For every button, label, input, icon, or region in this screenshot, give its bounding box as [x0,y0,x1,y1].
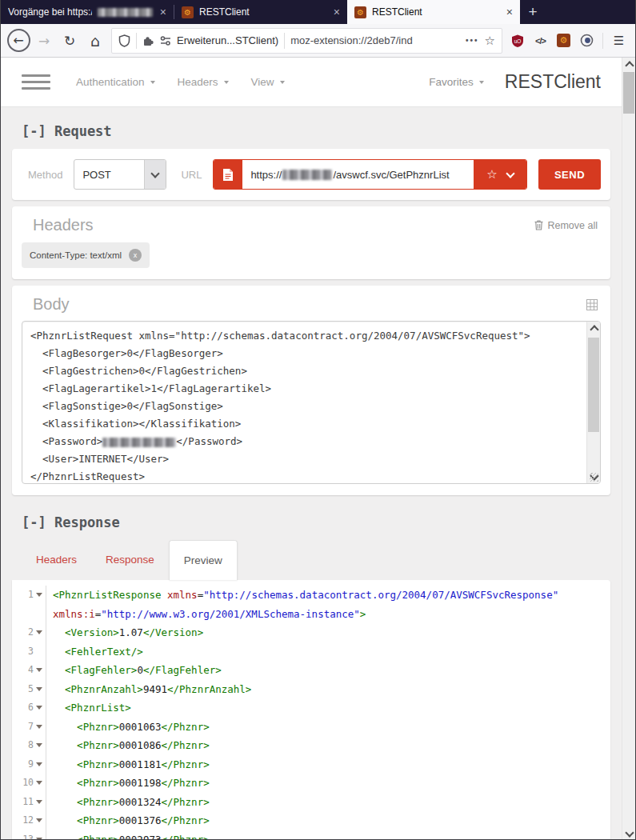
page-scrollbar[interactable] [622,58,635,840]
favorites-menu[interactable]: Favorites [429,76,484,88]
browser-tab[interactable]: ⚙RESTClient× [174,0,347,24]
bookmark-star-icon[interactable]: ☆ [485,34,495,48]
url-text[interactable]: moz-extension://2deb7/ind [290,34,460,46]
browser-tab[interactable]: ⚙RESTClient× [347,0,520,24]
redacted-host [282,170,332,180]
response-code-view[interactable]: 1<PhznrListResponse xmlns="http://schema… [12,586,610,840]
request-url-input[interactable]: https:///avswcf.svc/GetPhznrList [242,160,474,189]
restclient-favicon: ⚙ [182,6,194,18]
code-row: 5 <PhznrAnzahl>9491</PhznrAnzahl> [12,680,610,699]
textarea-scrollbar[interactable] [586,322,600,483]
divider [284,33,285,49]
address-bar[interactable]: Erweiterun...STClient) moz-extension://2… [111,28,502,54]
code-segment [53,664,65,676]
line-number: 3 [28,642,34,662]
menu-view[interactable]: View [251,76,285,88]
extension-name-label: Erweiterun...STClient) [177,34,278,46]
request-section-heading[interactable]: [-] Request [22,123,610,139]
tab-close-icon[interactable]: × [334,6,340,18]
fold-marker-icon[interactable] [36,781,42,785]
fold-marker-icon[interactable] [36,668,42,672]
request-body-textarea[interactable]: <PhznrListRequest xmlns="http://schemas.… [22,321,601,484]
resize-grip[interactable] [590,473,598,482]
fold-marker-icon[interactable] [36,630,42,634]
fold-marker-icon[interactable] [36,743,42,747]
fold-marker-icon[interactable] [36,687,42,691]
method-select[interactable]: POST [74,159,166,190]
fold-marker-slot [34,818,44,822]
chevron-down-icon [150,81,155,84]
restclient-extension-icon[interactable]: ⚙ [552,29,575,53]
response-tabs: HeadersResponsePreview [12,540,610,580]
code-line: <Phznr>0001376</Phznr> [46,811,210,830]
reload-button[interactable]: ↻ [57,28,82,54]
response-section-heading[interactable]: [-] Response [22,514,610,530]
menu-authentication[interactable]: Authentication [76,76,155,88]
chip-close-icon[interactable]: x [129,249,142,262]
fold-marker-slot [34,630,44,634]
fold-marker-icon[interactable] [36,818,42,822]
code-line: <Phznr>0002973</Phznr> [46,830,210,840]
code-segment: > [360,608,366,620]
tab-close-icon[interactable]: × [160,6,166,18]
star-icon: ☆ [486,167,497,182]
favorite-request-button[interactable]: ☆ [474,160,526,189]
response-tab-response[interactable]: Response [91,540,169,580]
code-segment [53,721,77,733]
back-button[interactable]: ← [6,28,31,54]
fold-marker-icon[interactable] [36,593,42,597]
response-tab-headers[interactable]: Headers [22,540,91,580]
fold-marker-slot [34,706,44,710]
table-view-icon[interactable] [586,299,598,310]
new-tab-button[interactable]: + [520,0,546,24]
ublock-icon[interactable]: uO [506,29,529,53]
page-viewport: AuthenticationHeadersView Favorites REST… [1,58,635,840]
code-segment [161,589,167,601]
home-button[interactable]: ⌂ [82,28,108,54]
fold-marker-icon[interactable] [36,725,42,729]
fold-marker-slot [34,593,44,597]
select-chevron[interactable] [144,160,166,189]
line-number-gutter: 2 [12,623,46,642]
line-number: 4 [28,661,34,680]
code-segment: </Phznr> [161,814,209,826]
page-actions-icon[interactable]: ••• [466,36,479,45]
code-segment [53,702,65,714]
scroll-up-arrow[interactable] [622,58,635,70]
fold-marker-icon[interactable] [36,762,42,766]
app-brand: RESTClient [505,71,601,93]
body-code-line: <FlagGestrichen>0</FlagGestrichen> [30,362,586,380]
menu-headers[interactable]: Headers [178,76,229,88]
browser-tab[interactable]: Vorgänge bei https://× [1,0,174,24]
tab-close-icon[interactable]: × [506,6,513,18]
header-chip[interactable]: Content-Type: text/xmlx [22,242,150,268]
code-segment: <FlagFehler> [65,664,137,676]
scroll-down-arrow[interactable] [622,827,635,840]
body-code-line: </PhznrListRequest> [30,468,586,483]
menu-label: Authentication [76,76,145,88]
app-menu-icon[interactable] [22,74,50,90]
remove-all-button[interactable]: Remove all [534,220,598,231]
shield-icon[interactable] [118,34,130,47]
devtools-icon[interactable]: </> [529,29,552,53]
code-segment: </Phznr> [161,796,209,808]
privacy-extension-icon[interactable] [575,29,598,53]
code-segment: </Phznr> [161,739,209,751]
body-code-line: <Password></Password> [30,433,586,450]
forward-button[interactable]: → [31,28,57,54]
menu-button[interactable]: ☰ [607,29,630,53]
code-segment: <Phznr> [77,739,119,751]
line-number-gutter: 1 [12,586,46,605]
line-number-gutter: 11 [12,793,46,812]
body-code-line: <FlagLagerartikel>1</FlagLagerartikel> [30,380,586,398]
fold-marker-icon[interactable] [36,706,42,710]
fold-marker-icon[interactable] [36,800,42,804]
scrollbar-thumb[interactable] [623,72,634,114]
code-line: <FehlerText/> [46,642,143,662]
response-tab-preview[interactable]: Preview [169,540,238,580]
send-button[interactable]: SEND [538,159,601,190]
line-number-gutter: 3 [12,642,46,662]
body-code-line: <User>INTERNET</User> [30,450,586,468]
code-segment: 0001181 [119,758,162,770]
request-body-doc-icon[interactable] [214,160,242,189]
